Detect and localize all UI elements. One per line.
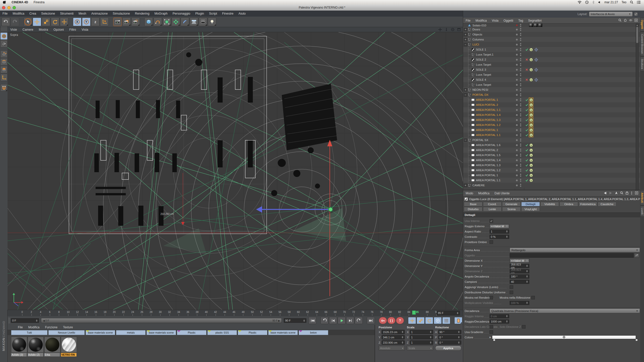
tree-row[interactable]: AREA PORTAL 1.1 xyxy=(463,107,640,112)
stepper-icon[interactable] xyxy=(401,331,404,333)
checkbox[interactable] xyxy=(490,325,493,329)
render-visibility-dots[interactable] xyxy=(520,174,521,177)
editor-visibility-dot[interactable] xyxy=(516,99,518,101)
object-name[interactable]: SOLE 4 xyxy=(476,78,486,81)
editor-visibility-dot[interactable] xyxy=(516,54,518,56)
object-menu-vista[interactable]: Vista xyxy=(489,19,501,22)
vray-tag-icon[interactable] xyxy=(529,173,533,177)
enabled-check-icon[interactable] xyxy=(525,154,528,157)
material-layer-tab[interactable]: metals xyxy=(116,330,146,335)
tree-row[interactable]: AREA PORTAL 1 xyxy=(463,97,640,102)
material-menu-funzione[interactable]: Funzione xyxy=(42,326,60,329)
editor-visibility-dot[interactable] xyxy=(516,79,518,81)
record-keyframe-button[interactable] xyxy=(379,317,387,324)
menu-crea[interactable]: Crea xyxy=(27,12,39,15)
object-name[interactable]: AREA PORTAL 1 xyxy=(476,174,498,177)
side-tab-attributi[interactable]: Attributi xyxy=(640,190,644,205)
render-visibility-dots[interactable] xyxy=(520,184,521,187)
axis-mode-button[interactable] xyxy=(0,74,8,81)
object-name[interactable]: SOLE 2 xyxy=(476,58,486,61)
object-name[interactable]: Doors xyxy=(472,28,480,31)
material-layer-tab[interactable]: plastic SSS xyxy=(207,330,237,335)
expand-icon[interactable]: + xyxy=(464,88,467,92)
mac-menu-finestra[interactable]: Finestra xyxy=(31,0,47,5)
render-visibility-dots[interactable] xyxy=(520,63,521,66)
vray-tag-icon[interactable] xyxy=(529,153,533,157)
checkbox[interactable] xyxy=(490,296,493,299)
menu-file[interactable]: File xyxy=(0,12,10,15)
stepper-icon[interactable] xyxy=(430,331,432,333)
point-mode-button[interactable] xyxy=(0,51,8,58)
object-menu-file[interactable]: File xyxy=(463,19,473,22)
stepper-icon[interactable] xyxy=(526,270,528,272)
range-end-field[interactable]: 90 F xyxy=(284,318,306,323)
attribute-section-header[interactable]: Dettagli xyxy=(463,212,640,217)
tree-row[interactable]: −0LUCI xyxy=(463,42,640,47)
gradient-midpoint-handle[interactable] xyxy=(562,336,565,338)
render-visibility-dots[interactable] xyxy=(520,48,521,51)
menu-user[interactable]: Teo xyxy=(622,1,626,4)
stepper-icon[interactable] xyxy=(506,320,508,323)
attribute-tab-caustiche[interactable]: Caustiche xyxy=(598,202,616,206)
coordinate-field[interactable]: 1 xyxy=(410,330,433,334)
goto-start-button[interactable] xyxy=(308,317,316,324)
editor-visibility-dot[interactable] xyxy=(516,74,518,76)
new-panel-icon[interactable] xyxy=(635,191,638,195)
editor-visibility-dot[interactable] xyxy=(516,154,518,156)
vray-tag-icon[interactable] xyxy=(529,48,533,52)
checkbox[interactable] xyxy=(490,219,493,223)
stepper-icon[interactable] xyxy=(430,341,432,344)
material-layer-tab[interactable]: Nessun Livello xyxy=(48,330,85,335)
stepper-icon[interactable] xyxy=(401,336,404,338)
dropdown-field[interactable]: Rettangolo▼ xyxy=(510,248,640,252)
material-item[interactable]: VETRO FIN xyxy=(61,337,76,356)
menu-mograph[interactable]: MoGraph xyxy=(152,12,170,15)
dropdown-field[interactable]: Quadrata Inversa (Precisione Fisica)▼ xyxy=(490,308,640,313)
rotate-tool-button[interactable] xyxy=(51,18,59,26)
coordinate-field[interactable]: 1 xyxy=(410,335,433,339)
coordinate-field[interactable]: 0 ° xyxy=(438,335,461,339)
stepper-icon[interactable] xyxy=(35,320,38,322)
layout-selector[interactable]: Interfaccia di Avvio▼ xyxy=(589,12,633,17)
tree-row[interactable]: Solaio-010 xyxy=(463,24,640,27)
viewport-menu-filtro[interactable]: Filtro xyxy=(67,28,79,31)
vray-tag-icon[interactable] xyxy=(529,58,533,62)
time-machine-icon[interactable] xyxy=(585,1,589,4)
add-object-icon[interactable] xyxy=(634,19,638,23)
render-visibility-dots[interactable] xyxy=(520,24,521,27)
range-start-field[interactable]: 0 F xyxy=(11,318,39,323)
vray-tag-icon[interactable] xyxy=(529,128,533,132)
vray-tag-icon[interactable] xyxy=(529,133,533,137)
live-selection-button[interactable] xyxy=(24,18,32,26)
object-name[interactable]: LUCI xyxy=(472,43,479,46)
material-item[interactable]: Asfalto (3) xyxy=(11,337,27,356)
tree-row[interactable]: −0PORTAL SX xyxy=(463,138,640,143)
tree-row[interactable]: SOLE 3 xyxy=(463,67,640,72)
vray-tag-icon[interactable] xyxy=(529,158,533,162)
material-item[interactable]: Erba xyxy=(44,337,60,356)
tree-row[interactable]: AREA PORTAL 1.6 xyxy=(463,143,640,148)
enabled-check-icon[interactable] xyxy=(525,149,528,152)
play-button[interactable] xyxy=(338,317,346,324)
editor-visibility-dot[interactable] xyxy=(516,124,518,126)
stepper-icon[interactable] xyxy=(506,225,508,227)
vray-tag-icon[interactable] xyxy=(529,163,533,167)
coordinate-mode-dropdown[interactable]: Assoluto▾ xyxy=(379,346,405,350)
add-floor-button[interactable] xyxy=(190,18,198,26)
menu-mesh[interactable]: Mesh xyxy=(76,12,89,15)
bluetooth-icon[interactable] xyxy=(592,1,594,4)
render-visibility-dots[interactable] xyxy=(520,179,521,182)
attribute-tab-disturbo[interactable]: Disturbo xyxy=(464,207,482,211)
eye-icon[interactable] xyxy=(629,19,632,23)
material-layer-tab[interactable]: base materials scene xyxy=(146,330,176,335)
render-visibility-dots[interactable] xyxy=(520,68,521,71)
stepper-icon[interactable] xyxy=(458,336,460,338)
texture-mode-button[interactable] xyxy=(0,40,8,48)
tree-row[interactable]: AREA PORTAL 1.2 xyxy=(463,168,640,173)
scale-tool-button[interactable] xyxy=(42,18,50,26)
tree-row[interactable]: AREA PORTAL 2 xyxy=(463,102,640,107)
key-parameter-button[interactable]: P xyxy=(434,317,442,324)
editor-visibility-dot[interactable] xyxy=(516,169,518,171)
attribute-tab-visibilit-[interactable]: Visibilità xyxy=(540,202,559,206)
object-menu-oggetti[interactable]: Oggetti xyxy=(501,19,516,22)
